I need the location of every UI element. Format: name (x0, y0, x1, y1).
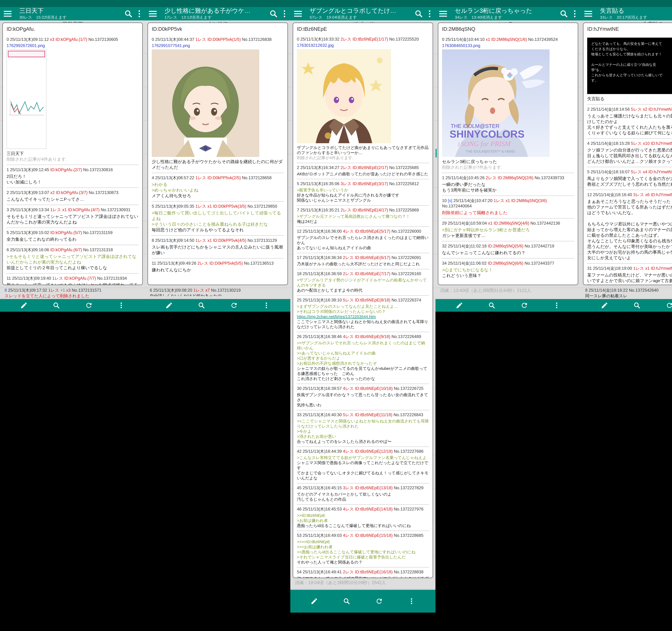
post-header-part[interactable]: x1 (207, 204, 213, 209)
post-header-part[interactable]: 1レス (195, 175, 207, 180)
post-header-part[interactable]: 2レス (343, 570, 355, 574)
post-header-part[interactable]: 5レス (343, 412, 355, 417)
post-header-part[interactable]: 5レス (343, 298, 355, 302)
edit-icon[interactable] (165, 302, 173, 309)
post-header-part[interactable]: 5レス (631, 141, 643, 146)
post-header-part[interactable]: ID:tBz6NEpE(14/18) (355, 507, 394, 511)
anime-girl-thumbnail[interactable] (152, 49, 259, 157)
post-header-part[interactable]: ID:tBz6NEpE(7/17) (355, 271, 391, 276)
post-header-part[interactable]: 4レス (343, 334, 355, 339)
overflow-icon[interactable] (138, 10, 141, 17)
post-header-part[interactable]: ID:tBz6NEpE(12/18) (355, 449, 394, 454)
refresh-icon[interactable] (375, 598, 383, 605)
search-icon[interactable] (269, 9, 278, 18)
post-header-part[interactable]: ID:2M86qSNQ(4/6) (494, 221, 530, 226)
refresh-icon[interactable] (230, 302, 238, 309)
post-header-part[interactable]: ID:tBz6NEpE(16/18) (355, 570, 394, 574)
post-header-part[interactable]: ID:D0kPP5vk(1/5) (207, 37, 242, 42)
edit-icon[interactable] (310, 598, 318, 605)
post-header-part[interactable]: 3レス (633, 193, 645, 197)
post-header-part[interactable]: ID:hJYmwtNE(6/6) (651, 266, 672, 271)
attachment-link[interactable]: 1762991077541.png (152, 43, 284, 48)
post-header-part[interactable]: x10 (643, 141, 651, 146)
refresh-icon[interactable] (85, 302, 93, 309)
overflow-icon[interactable] (408, 598, 415, 605)
post-header-part[interactable]: ID:kOPgAfu.(5/7) (50, 230, 83, 235)
post-header-part[interactable]: ID:kOPgAfu.(2/7) (50, 168, 83, 172)
post-header-part[interactable]: ID:D0kPP5vk(2/5) (207, 175, 242, 180)
post-header-part[interactable]: ID:D0kPP5vk(3/5) (213, 204, 247, 209)
post-header-part[interactable]: ID:kOPgAfu.(6/7) (50, 248, 83, 252)
refresh-icon[interactable] (521, 302, 528, 309)
overflow-icon[interactable] (118, 302, 125, 309)
post-header-part[interactable]: ID:tBz6NEpE(8/18) (355, 298, 391, 302)
edit-icon[interactable] (456, 302, 463, 309)
post-header-part[interactable]: 2レス (343, 271, 355, 276)
post-header-part[interactable]: ID:kOPgAfu.(3/7) (56, 190, 89, 195)
edit-icon[interactable] (20, 302, 28, 309)
post-header-part[interactable]: 4レス (343, 229, 355, 234)
post-header-part[interactable]: x1 (506, 198, 511, 203)
refresh-icon[interactable] (666, 302, 672, 309)
search-icon[interactable] (343, 598, 351, 605)
menu-icon[interactable] (4, 11, 13, 17)
post-header-part[interactable]: x2 (50, 190, 56, 195)
post-header-part[interactable]: ID:tBz6NEpE(10/18) (355, 386, 394, 391)
attachment-link[interactable]: 1763084650133.png (442, 43, 574, 48)
post-header-part[interactable]: ID:tBz6NEpE(1/17) (353, 37, 389, 42)
post-header-part[interactable]: 1レス (195, 204, 207, 209)
post-header-part[interactable]: 1レス (195, 238, 207, 243)
post-header-part[interactable]: [s] (448, 198, 452, 203)
post-header-part[interactable]: ID:hJYmwtNE(2/6) (648, 107, 672, 111)
post-header-part[interactable]: 1レス (52, 276, 64, 281)
external-link[interactable]: https://img.2chan.net/b/res/1372203544.h… (297, 314, 429, 319)
post-header-part[interactable]: ID:tBz6NEpE(3/17) (353, 181, 389, 186)
post-header-part[interactable]: ID:kOPgAfu.(7/7) (64, 276, 97, 281)
overflow-icon[interactable] (553, 302, 560, 309)
overflow-icon[interactable] (428, 10, 431, 17)
post-header-part[interactable]: 1レス (633, 266, 645, 271)
search-icon[interactable] (633, 302, 641, 309)
post-header-part[interactable]: ID:D0kPP5vk(5/5) (209, 261, 244, 266)
overflow-icon[interactable] (573, 10, 576, 17)
post-header-part[interactable]: ID:tBz6NEpE(2/17) (353, 165, 389, 170)
post-header-part[interactable]: 2レス (486, 175, 498, 180)
post-header-part[interactable]: ID:tBz6NEpE(13/18) (355, 485, 394, 490)
post-header-part[interactable]: ID:tBz6NEpE(4/17) (353, 208, 389, 212)
chart-screenshot-thumbnail[interactable] (6, 49, 46, 149)
search-icon[interactable] (559, 9, 568, 18)
post-header-part[interactable]: ID:tBz6NEpE(15/18) (355, 533, 394, 538)
post-header-part[interactable]: x6 (645, 193, 651, 197)
post-header-part[interactable]: 5レス (631, 107, 643, 111)
below-card-part[interactable]: x7 (206, 288, 211, 293)
shinycolors-artwork-thumbnail[interactable]: THE iDOLM@STERSHINYCOLORS♪SONG for PRISM… (442, 49, 550, 157)
menu-icon[interactable] (294, 11, 303, 17)
post-header-part[interactable]: ID:2M86qSNQ(3/6) (511, 198, 547, 203)
post-header-part[interactable]: 2レス (341, 37, 353, 42)
post-header-part[interactable]: 4レス (343, 386, 355, 391)
overflow-icon[interactable] (283, 10, 286, 17)
post-header-part[interactable]: x1 (486, 37, 491, 42)
post-header-part[interactable]: x1 (207, 238, 213, 243)
post-header-part[interactable]: ID:tBz6NEpE(11/18) (355, 412, 393, 417)
post-header-part[interactable]: ID:tBz6NEpE(5/17) (355, 229, 391, 234)
post-header-part[interactable]: x1 (488, 221, 494, 226)
statement-screenshot-thumbnail[interactable]: どなたであっても、馬の安全を第一に考えてくださる方ばかりなら、牧場としても安心し… (587, 37, 672, 94)
menu-icon[interactable] (584, 11, 593, 17)
post-header-part[interactable]: ID:hJYmwtNE(5/6) (651, 193, 672, 197)
post-header-part[interactable]: 2レス (341, 208, 353, 212)
post-header-part[interactable]: x1 (645, 266, 651, 271)
post-header-part[interactable]: ID:tBz6NEpE(6/17) (355, 255, 391, 260)
menu-icon[interactable] (149, 11, 158, 17)
below-card-part[interactable]: 8 (5, 288, 7, 293)
menu-icon[interactable] (439, 11, 448, 17)
search-icon[interactable] (198, 302, 205, 309)
post-header-part[interactable]: 4レス (343, 533, 355, 538)
post-header-part[interactable]: ID:2M86qSNQ(6/6) (488, 261, 525, 266)
search-icon[interactable] (488, 302, 496, 309)
post-header-part[interactable]: ID:kOPgAfu.(4/7) (68, 207, 101, 212)
below-card-part[interactable]: 1レス (193, 288, 206, 293)
search-icon[interactable] (52, 302, 60, 309)
post-header-part[interactable]: ID:2M86qSNQ(1/6) (491, 37, 528, 42)
below-card-part[interactable]: 1レス (48, 288, 60, 293)
